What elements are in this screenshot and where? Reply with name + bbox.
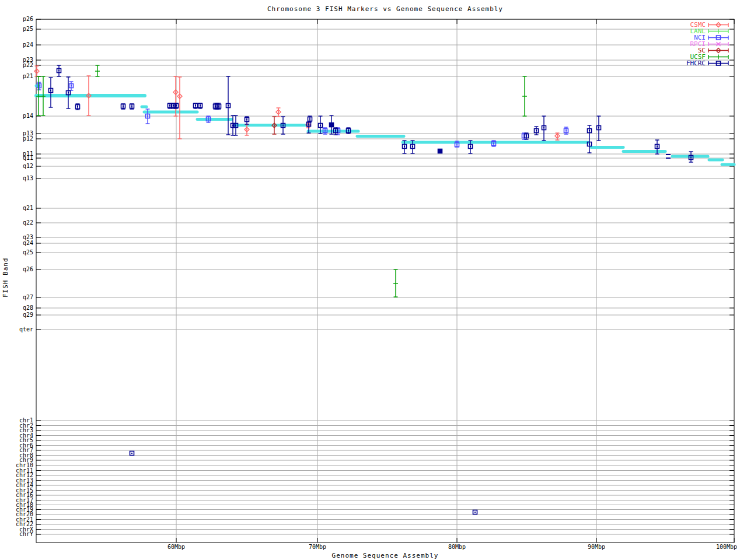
data-point-nci-9-dot — [566, 130, 567, 131]
data-point-fhcrc-14-dot — [228, 105, 229, 106]
data-point-csmc-7-dot — [557, 135, 558, 136]
data-point-nci-1-dot — [71, 85, 72, 86]
data-point-nci-2-dot — [147, 116, 148, 117]
plot-area — [0, 0, 747, 560]
y-tick-label-q21: q21 — [0, 205, 33, 211]
data-point-fhcrc-3-dot — [77, 106, 78, 107]
x-tick-label-90Mbp: 90Mbp — [578, 544, 615, 550]
y-tick-label-q27: q27 — [0, 295, 33, 300]
y-tick-label-p21: p21 — [0, 74, 33, 79]
data-point-fhcrc-31-dot — [543, 127, 544, 128]
legend-marker-fhcrc — [707, 60, 729, 66]
legend-marker-sc — [707, 47, 729, 54]
y-tick-label-q24: q24 — [0, 240, 33, 246]
data-point-fhcrc-38-dot — [690, 157, 692, 158]
data-point-fhcrc-40-dot — [474, 512, 476, 513]
data-point-fhcrc-21-dot — [320, 125, 321, 126]
legend-item-fhcrc: FHCRC — [686, 60, 729, 66]
y-axis-title: FISH Band — [2, 257, 9, 298]
y-tick-label-chrY: chrY — [0, 531, 33, 537]
data-point-fhcrc-5-dot — [131, 106, 132, 107]
y-tick-label-p12: p12 — [0, 136, 33, 142]
data-point-fhcrc-17-dot — [246, 119, 247, 120]
y-tick-label-p26: p26 — [0, 16, 33, 22]
data-point-fhcrc-8-dot — [176, 105, 177, 106]
y-tick-label-q25: q25 — [0, 250, 33, 256]
y-tick-label-q28: q28 — [0, 305, 33, 311]
data-point-csmc-1-dot — [88, 95, 89, 96]
data-point-fhcrc-27 — [438, 149, 442, 153]
y-tick-label-q26: q26 — [0, 267, 33, 272]
data-point-csmc-3-dot — [179, 96, 180, 97]
data-point-fhcrc-18-dot — [282, 125, 284, 126]
y-tick-label-q29: q29 — [0, 312, 33, 318]
data-point-nci-7-dot — [493, 143, 494, 144]
data-point-csmc-2-dot — [175, 92, 176, 93]
data-point-sc-0-dot — [274, 125, 275, 126]
data-point-csmc-5-dot — [278, 111, 279, 113]
data-point-fhcrc-0-dot — [50, 90, 51, 91]
y-tick-label-q12: q12 — [0, 163, 33, 169]
data-point-nci-4-dot — [324, 130, 326, 131]
data-point-fhcrc-24-dot — [348, 130, 349, 131]
data-point-fhcrc-30-dot — [536, 130, 537, 131]
data-point-nci-6-dot — [456, 144, 458, 145]
x-tick-label-60Mbp: 60Mbp — [158, 544, 195, 550]
data-point-fhcrc-16-dot — [235, 125, 236, 126]
y-tick-label-p25: p25 — [0, 26, 33, 32]
y-tick-label-p14: p14 — [0, 113, 33, 119]
legend-label-fhcrc: FHCRC — [686, 60, 706, 66]
data-point-fhcrc-28-dot — [470, 146, 471, 147]
data-point-fhcrc-35-dot — [657, 146, 658, 147]
data-point-fhcrc-32-dot — [589, 130, 590, 131]
data-point-fhcrc-29-dot — [526, 135, 527, 136]
data-point-fhcrc-2-dot — [68, 92, 69, 93]
data-point-fhcrc-22 — [330, 123, 334, 127]
x-tick-label-70Mbp: 70Mbp — [299, 544, 336, 550]
y-tick-label-q13: q13 — [0, 176, 33, 181]
y-tick-label-q11: q11 — [0, 155, 33, 161]
chart-title: Chromosome 3 FISH Markers vs Genome Sequ… — [36, 5, 734, 13]
chart-figure: Chromosome 3 FISH Markers vs Genome Sequ… — [0, 0, 747, 560]
data-point-fhcrc-39-dot — [131, 453, 132, 454]
data-point-fhcrc-25-dot — [404, 146, 405, 147]
data-point-fhcrc-13-dot — [218, 106, 219, 107]
data-point-fhcrc-34-dot — [598, 127, 599, 128]
y-tick-label-qter: qter — [0, 327, 33, 332]
plot-border — [36, 19, 734, 542]
legend-marker-ucsf — [707, 54, 729, 60]
x-tick-label-80Mbp: 80Mbp — [438, 544, 476, 550]
y-tick-label-q22: q22 — [0, 220, 33, 226]
data-point-fhcrc-20-dot — [308, 124, 309, 125]
legend-marker-nci — [707, 34, 729, 41]
data-point-csmc-0-dot — [36, 71, 37, 72]
data-point-fhcrc-33-dot — [589, 144, 590, 145]
legend-item-rpci: RPCI — [690, 41, 730, 47]
data-point-fhcrc-23-dot — [335, 130, 336, 131]
legend-marker-csmc — [707, 22, 729, 28]
data-point-fhcrc-1-dot — [58, 70, 60, 71]
data-point-nci-3-dot — [208, 118, 209, 120]
x-tick-label-100Mbp: 100Mbp — [708, 544, 745, 550]
data-point-fhcrc-4-dot — [123, 106, 124, 107]
data-point-fhcrc-10-dot — [200, 105, 201, 106]
data-point-fhcrc-26-dot — [412, 146, 413, 147]
data-point-fhcrc-9-dot — [195, 105, 196, 106]
data-point-fhcrc-19-dot — [309, 118, 310, 120]
data-point-fhcrc-6-dot — [169, 105, 170, 106]
x-axis-title: Genome Sequence Assembly — [36, 552, 734, 559]
legend-marker-rpci — [707, 41, 729, 47]
y-tick-label-p24: p24 — [0, 42, 33, 48]
data-point-csmc-4-dot — [246, 129, 247, 130]
legend-marker-lanl — [707, 28, 729, 34]
y-tick-label-p22: p22 — [0, 62, 33, 68]
